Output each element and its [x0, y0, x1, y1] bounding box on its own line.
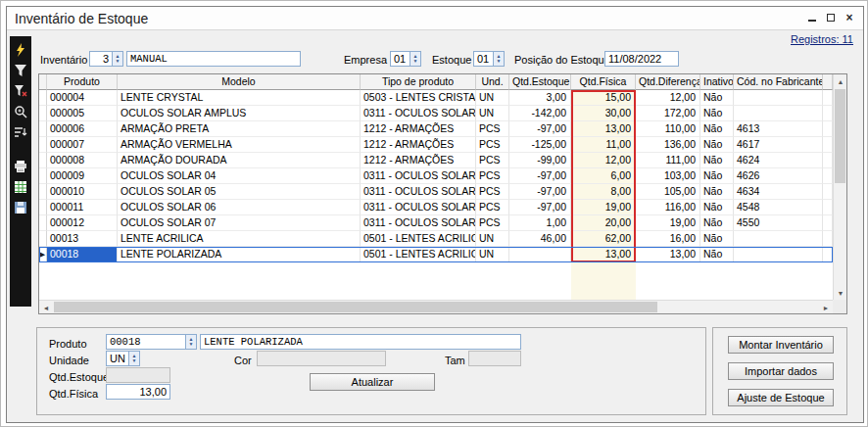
cell[interactable]: 12,00 — [636, 90, 700, 106]
cell[interactable]: 0501 - LENTES ACRILICAS — [361, 231, 476, 247]
scroll-down-icon[interactable]: ▼ — [834, 286, 847, 300]
cell[interactable]: PCS — [476, 168, 509, 184]
cell[interactable]: OCULOS SOLAR AMPLUS — [118, 106, 361, 121]
col-header-und-[interactable]: Und. — [476, 74, 509, 90]
cell[interactable]: 4634 — [734, 184, 823, 200]
vertical-scroll-thumb[interactable] — [835, 89, 845, 183]
cell[interactable] — [734, 247, 823, 262]
cell[interactable] — [734, 106, 823, 121]
zoom-icon[interactable] — [11, 101, 30, 121]
cell[interactable]: Não — [700, 247, 734, 262]
table-row[interactable]: 000008ARMAÇÃO DOURADA1212 - ARMAÇÕESPCS-… — [39, 153, 833, 168]
cell[interactable]: PCS — [476, 153, 509, 168]
cell[interactable] — [509, 247, 571, 262]
table-row[interactable]: 000009OCULOS SOLAR 040311 - OCULOS SOLAR… — [39, 168, 833, 184]
cell[interactable]: Não — [700, 200, 734, 215]
ajuste-de-estoque-button[interactable]: Ajuste de Estoque — [728, 389, 834, 406]
cell[interactable]: OCULOS SOLAR 07 — [118, 215, 361, 231]
table-row[interactable]: 000006ARMAÇÃO PRETA1212 - ARMAÇÕESPCS-97… — [39, 121, 833, 137]
cell[interactable]: 4613 — [734, 121, 823, 137]
cell[interactable]: PCS — [476, 200, 509, 215]
cell[interactable]: PCS — [476, 121, 509, 137]
empresa-spinner[interactable]: ▲▼ — [410, 51, 421, 67]
cell[interactable]: 000006 — [47, 121, 118, 137]
cell[interactable] — [734, 90, 823, 106]
cell[interactable]: Não — [700, 184, 734, 200]
cell[interactable]: 4548 — [734, 200, 823, 215]
cell[interactable]: 13,00 — [571, 121, 636, 137]
minimize-icon[interactable] — [806, 12, 818, 23]
qtd-estoque-input[interactable] — [106, 367, 170, 383]
cell[interactable]: 000012 — [47, 215, 118, 231]
qtd-fisica-input[interactable] — [106, 384, 170, 400]
cell[interactable]: 0501 - LENTES ACRILICAS — [361, 247, 476, 262]
table-row[interactable]: ▶00018LENTE POLARIZADA0501 - LENTES ACRI… — [39, 247, 833, 262]
cell[interactable]: UN — [476, 247, 509, 262]
sort-icon[interactable] — [11, 121, 30, 142]
cell[interactable]: OCULOS SOLAR 04 — [118, 168, 361, 184]
montar-inventario-button[interactable]: Montar Inventário — [728, 336, 834, 354]
cell[interactable]: ARMAÇÃO VERMELHA — [118, 137, 361, 153]
col-header-qtd-f-sica[interactable]: Qtd.Física — [571, 74, 636, 90]
posicao-estoque-input[interactable] — [604, 51, 679, 67]
cell[interactable]: ARMAÇÃO DOURADA — [118, 153, 361, 168]
col-header-inativo[interactable]: Inativo — [700, 74, 734, 90]
empresa-input[interactable] — [390, 51, 410, 67]
table-row[interactable]: 000012OCULOS SOLAR 070311 - OCULOS SOLAR… — [39, 215, 833, 231]
cell[interactable]: 0503 - LENTES CRISTAL — [361, 90, 476, 106]
cell[interactable]: 4624 — [734, 153, 823, 168]
inventario-input[interactable] — [89, 51, 113, 67]
col-header-c-d-no-fabricante[interactable]: Cód. no Fabricante — [734, 74, 823, 90]
cell[interactable]: 000005 — [47, 106, 118, 121]
cell[interactable]: 15,00 — [571, 90, 636, 106]
cell[interactable]: 1212 - ARMAÇÕES — [361, 137, 476, 153]
estoque-spinner[interactable]: ▲▼ — [494, 51, 505, 67]
table-row[interactable]: 000004LENTE CRYSTAL0503 - LENTES CRISTAL… — [39, 90, 833, 106]
cell[interactable]: Não — [700, 153, 734, 168]
vertical-scrollbar[interactable]: ▲ ▼ — [833, 74, 846, 300]
cor-input[interactable] — [257, 351, 386, 366]
estoque-input[interactable] — [473, 51, 494, 67]
cell[interactable]: Não — [700, 90, 734, 106]
cell[interactable]: 116,00 — [636, 200, 700, 215]
cell[interactable]: 000008 — [47, 153, 118, 168]
cell[interactable]: 0311 - OCULOS SOLAR DIVER — [361, 168, 476, 184]
cell[interactable]: UN — [476, 90, 509, 106]
cell[interactable]: OCULOS SOLAR 05 — [118, 184, 361, 200]
table-row[interactable]: 000010OCULOS SOLAR 050311 - OCULOS SOLAR… — [39, 184, 833, 200]
cell[interactable]: 0311 - OCULOS SOLAR DIVER — [361, 106, 476, 121]
cell[interactable]: OCULOS SOLAR 06 — [118, 200, 361, 215]
cell[interactable]: 000011 — [47, 200, 118, 215]
produto-lookup-icon[interactable]: ▲▼ — [186, 334, 197, 350]
cell[interactable]: PCS — [476, 137, 509, 153]
cell[interactable]: 103,00 — [636, 168, 700, 184]
cell[interactable]: 62,00 — [571, 231, 636, 247]
cell[interactable]: 136,00 — [636, 137, 700, 153]
cell[interactable]: 30,00 — [571, 106, 636, 121]
col-header-produto[interactable]: Produto — [47, 74, 118, 90]
cell[interactable]: 4550 — [734, 215, 823, 231]
unidade-input[interactable] — [106, 351, 129, 366]
cell[interactable]: 1,00 — [509, 215, 571, 231]
cell[interactable]: 105,00 — [636, 184, 700, 200]
cell[interactable]: 46,00 — [509, 231, 571, 247]
cell[interactable]: LENTE POLARIZADA — [118, 247, 361, 262]
cell[interactable]: 6,00 — [571, 168, 636, 184]
produto-code-input[interactable] — [106, 334, 186, 350]
cell[interactable]: -97,00 — [509, 168, 571, 184]
filter-icon[interactable] — [11, 60, 30, 80]
cell[interactable]: 000009 — [47, 168, 118, 184]
cell[interactable]: LENTE CRYSTAL — [118, 90, 361, 106]
cell[interactable]: Não — [700, 121, 734, 137]
cell[interactable]: Não — [700, 168, 734, 184]
atualizar-button[interactable]: Atualizar — [310, 373, 435, 391]
table-row[interactable]: 000005OCULOS SOLAR AMPLUS0311 - OCULOS S… — [39, 106, 833, 121]
cell[interactable]: 4626 — [734, 168, 823, 184]
cell[interactable]: 13,00 — [636, 247, 700, 262]
cell[interactable]: -125,00 — [509, 137, 571, 153]
cell[interactable]: 0311 - OCULOS SOLAR DIVER — [361, 184, 476, 200]
cell[interactable]: LENTE ACRILICA — [118, 231, 361, 247]
table-row[interactable]: 00013LENTE ACRILICA0501 - LENTES ACRILIC… — [39, 231, 833, 247]
cell[interactable]: 4617 — [734, 137, 823, 153]
cell[interactable]: Não — [700, 106, 734, 121]
